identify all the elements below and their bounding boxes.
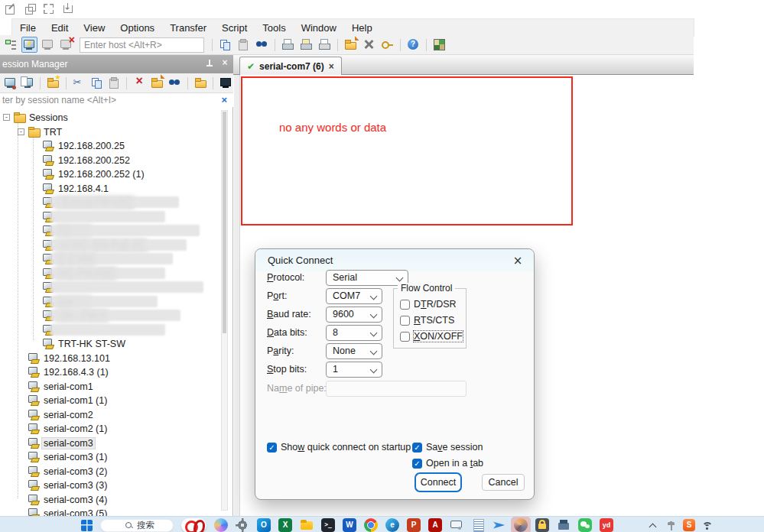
menu-help[interactable]: Help bbox=[344, 20, 380, 36]
tree-item-serial-com3[interactable]: serial-com3 bbox=[0, 436, 220, 450]
tab-close-icon[interactable]: × bbox=[329, 61, 334, 72]
tree-item-192-168-200-252-1-[interactable]: 192.168.200.252 (1) bbox=[0, 167, 220, 181]
chrome-icon[interactable] bbox=[364, 518, 378, 532]
tree-scrollbar-thumb[interactable] bbox=[223, 112, 226, 333]
find-icon[interactable] bbox=[254, 37, 270, 53]
tree-item-trt[interactable]: -TRT bbox=[0, 125, 220, 139]
dialog-close-icon[interactable]: × bbox=[509, 252, 526, 269]
new-folder-icon[interactable] bbox=[193, 75, 208, 91]
tree-item-serial-com1[interactable]: serial-com1 bbox=[0, 380, 220, 394]
tree-item-192-168-200-25[interactable]: 192.168.200.25 bbox=[0, 139, 220, 153]
word-icon[interactable]: W bbox=[343, 518, 356, 532]
menu-tools[interactable]: Tools bbox=[255, 20, 293, 36]
tree-item-192-168-4-1[interactable]: 192.168.4.1 bbox=[0, 182, 220, 196]
tree-item-p2[interactable]: P2 bbox=[0, 224, 220, 238]
file-explorer-icon[interactable] bbox=[300, 518, 314, 532]
dialog-title-bar[interactable]: Quick Connect bbox=[255, 249, 534, 271]
tree-expander-icon[interactable]: - bbox=[18, 128, 24, 135]
tab-serial-com7[interactable]: ✔ serial-com7 (6) × bbox=[239, 57, 342, 75]
tray-expand-icon[interactable] bbox=[646, 519, 659, 532]
tree-item[interactable] bbox=[0, 323, 220, 337]
save-session-checkbox[interactable]: ✓Save session bbox=[412, 441, 483, 453]
color-settings-icon[interactable] bbox=[431, 37, 447, 53]
screen-cast-icon[interactable] bbox=[450, 518, 463, 532]
tree-item-serial-com1-1-[interactable]: serial-com1 (1) bbox=[0, 394, 220, 407]
print-setup-icon[interactable] bbox=[317, 37, 333, 53]
port-select[interactable]: COM7 bbox=[326, 288, 382, 304]
annotate-icon[interactable] bbox=[4, 2, 17, 15]
tree-item-c-c-hw[interactable]: C C HW bbox=[0, 252, 220, 266]
password-safe-icon[interactable] bbox=[535, 518, 549, 532]
tree-item-ack[interactable]: ack bbox=[0, 295, 220, 309]
menu-script[interactable]: Script bbox=[214, 20, 255, 36]
tray-utility-icon[interactable] bbox=[665, 519, 678, 532]
powerpoint-icon[interactable]: P bbox=[407, 518, 421, 532]
connect-button[interactable]: Connect bbox=[416, 474, 460, 491]
find-sessions-icon[interactable] bbox=[167, 75, 182, 91]
checkbox-xon-xoff[interactable] bbox=[400, 332, 410, 342]
terminal-icon[interactable]: >_ bbox=[321, 518, 335, 532]
data-bits-select[interactable]: 8 bbox=[326, 325, 382, 341]
sogou-input-icon[interactable]: S bbox=[683, 519, 695, 531]
outlook-icon[interactable]: O bbox=[257, 518, 271, 532]
disconnect-icon[interactable] bbox=[58, 37, 74, 53]
xon-xoff-checkbox[interactable]: XON/XOFF bbox=[400, 330, 463, 342]
checkbox-show-on-startup[interactable]: ✓ bbox=[267, 443, 277, 453]
save-capture-icon[interactable] bbox=[61, 2, 74, 15]
tree-item-sessions[interactable]: -Sessions bbox=[0, 111, 220, 125]
tree-item[interactable] bbox=[0, 281, 220, 294]
acrobat-icon[interactable]: A bbox=[428, 518, 442, 532]
quick-connect-icon[interactable] bbox=[21, 37, 37, 53]
notes-icon[interactable] bbox=[471, 518, 485, 532]
tree-item--h-wc-sw-poe-3c[interactable]: -H WC--SW PoE-3C bbox=[0, 238, 220, 252]
tree-item-i-ecloud-fw-h3c[interactable]: i Ecloud FW-H3C bbox=[0, 196, 220, 209]
menu-options[interactable]: Options bbox=[112, 20, 162, 36]
close-panel-icon[interactable]: × bbox=[219, 58, 230, 69]
pin-panel-icon[interactable] bbox=[204, 58, 215, 69]
excel-icon[interactable]: X bbox=[278, 518, 292, 532]
host-input[interactable]: Enter host <Alt+R> bbox=[80, 37, 204, 53]
print-preview-icon[interactable] bbox=[298, 37, 314, 53]
tree-item-serial-com3-1-[interactable]: serial-com3 (1) bbox=[0, 450, 220, 464]
stop-bits-select[interactable]: 1 bbox=[326, 362, 382, 378]
tree-scrollbar[interactable] bbox=[221, 110, 228, 511]
copy-icon[interactable] bbox=[89, 75, 104, 91]
wechat-icon[interactable] bbox=[578, 518, 592, 532]
checkbox-save-session[interactable]: ✓ bbox=[412, 443, 422, 453]
session-manager-toggle-icon[interactable] bbox=[3, 37, 19, 53]
search-box[interactable]: 搜索 bbox=[100, 519, 174, 532]
baud-rate-select[interactable]: 9600 bbox=[326, 307, 382, 323]
tree-item[interactable] bbox=[0, 210, 220, 224]
connect-icon[interactable] bbox=[40, 37, 56, 53]
protocol-select[interactable]: Serial bbox=[326, 270, 408, 286]
parity-select[interactable]: None bbox=[326, 343, 382, 359]
checkbox-rts-cts[interactable] bbox=[400, 316, 410, 326]
open-in-tab-checkbox[interactable]: ✓Open in a tab bbox=[412, 457, 483, 469]
cut-icon[interactable] bbox=[71, 75, 86, 91]
edge-icon[interactable]: e bbox=[385, 518, 399, 532]
session-filter[interactable]: ter by session name <Alt+I> × bbox=[0, 93, 233, 108]
keymap-icon[interactable] bbox=[379, 37, 395, 53]
tree-item-trt-hk-st-sw[interactable]: TRT-HK ST-SW bbox=[0, 337, 220, 351]
tree-item-serial-com3-5-[interactable]: serial-com3 (5) bbox=[0, 507, 220, 516]
tree-item-serial-com2-1-[interactable]: serial-com2 (1) bbox=[0, 422, 220, 436]
menu-transfer[interactable]: Transfer bbox=[162, 20, 214, 36]
tree-item-serial-com3-4-[interactable]: serial-com3 (4) bbox=[0, 493, 220, 507]
tree-item-serial-com2[interactable]: serial-com2 bbox=[0, 408, 220, 422]
securecrt-icon[interactable] bbox=[514, 518, 528, 532]
device-manager-icon[interactable] bbox=[557, 518, 571, 532]
tree-item--sh-fw-0[interactable]: -Sh-- FW-0 bbox=[0, 309, 220, 323]
global-options-icon[interactable] bbox=[361, 37, 377, 53]
help-icon[interactable] bbox=[405, 37, 421, 53]
cascade-windows-icon[interactable] bbox=[23, 2, 36, 15]
paste-icon[interactable] bbox=[236, 37, 252, 53]
start-button[interactable] bbox=[81, 520, 93, 531]
menu-file[interactable]: File bbox=[12, 20, 44, 36]
dragon-reader-icon[interactable] bbox=[181, 518, 206, 532]
cancel-button[interactable]: Cancel bbox=[482, 474, 525, 491]
tree-item-192-168-200-252[interactable]: 192.168.200.252 bbox=[0, 154, 220, 167]
menu-view[interactable]: View bbox=[76, 20, 112, 36]
connect-in-tab-icon[interactable] bbox=[20, 75, 35, 91]
rts-cts-checkbox[interactable]: RTS/CTS bbox=[400, 314, 454, 326]
settings-gear-icon[interactable] bbox=[236, 518, 249, 532]
